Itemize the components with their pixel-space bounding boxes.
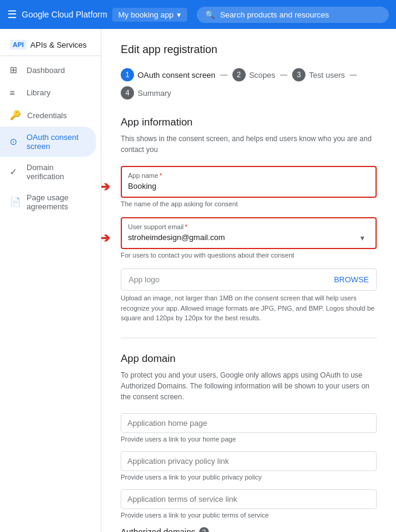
search-icon: 🔍	[205, 10, 215, 19]
step-3-label: Test users	[309, 71, 345, 80]
terms-hint: Provide users a link to your public term…	[121, 511, 377, 519]
user-support-hint: For users to contact you with questions …	[121, 252, 377, 259]
step-divider-3: —	[350, 71, 357, 79]
search-placeholder-text: Search products and resources	[220, 10, 329, 19]
sidebar-item-credentials[interactable]: 🔑 Credentials	[0, 104, 96, 127]
menu-icon[interactable]: ☰	[7, 8, 17, 21]
step-3: 3 Test users	[292, 68, 345, 81]
terms-group: Provide users a link to your public term…	[121, 489, 377, 519]
stepper: 1 OAuth consent screen — 2 Scopes — 3 Te…	[121, 68, 377, 100]
booking-app-label: My booking app	[118, 10, 174, 19]
home-page-group: Provide users a link to your home page	[121, 413, 377, 443]
step-4-circle: 4	[121, 86, 134, 100]
privacy-hint: Provide users a link to your public priv…	[121, 473, 377, 481]
step-1: 1 OAuth consent screen	[121, 68, 216, 81]
top-nav: ☰ Google Cloud Platform My booking app ▾…	[0, 0, 396, 29]
step-2: 2 Scopes	[232, 68, 275, 81]
logo-placeholder: App logo	[129, 275, 159, 284]
sidebar-api-header: API APIs & Services	[0, 34, 101, 56]
sidebar-item-oauth-consent[interactable]: ⊙ OAuth consent screen	[0, 127, 96, 157]
home-page-input[interactable]	[121, 413, 377, 433]
privacy-input[interactable]	[121, 451, 377, 471]
logo-hint: Upload an image, not larger than 1MB on …	[121, 293, 377, 323]
page-title: Edit app registration	[121, 43, 377, 56]
step-1-circle: 1	[121, 68, 134, 81]
sidebar-library-label: Library	[27, 88, 51, 97]
help-icon[interactable]: ?	[199, 527, 209, 533]
sidebar-item-domain-verification[interactable]: ✓ Domain verification	[0, 157, 96, 187]
app-name-label: App name*	[128, 172, 369, 179]
step-4: 4 Summary	[121, 86, 171, 100]
sidebar-domain-label: Domain verification	[27, 163, 86, 181]
terms-input[interactable]	[121, 489, 377, 509]
app-domain-desc: To protect you and your users, Google on…	[121, 370, 377, 402]
api-badge: API	[10, 40, 27, 49]
page-usage-icon: 📄	[10, 197, 21, 207]
app-info-desc: This shows in the consent screen, and he…	[121, 133, 377, 155]
home-page-hint: Provide users a link to your home page	[121, 435, 377, 443]
sidebar-credentials-label: Credentials	[27, 111, 67, 120]
library-icon: ≡	[10, 87, 21, 98]
step-divider-2: —	[280, 71, 287, 79]
app-logo-upload: App logo BROWSE	[121, 268, 377, 291]
step-3-circle: 3	[292, 68, 305, 81]
sidebar-item-page-usage[interactable]: 📄 Page usage agreements	[0, 187, 96, 217]
step-2-circle: 2	[232, 68, 246, 81]
app-domain-title: App domain	[121, 353, 377, 365]
authorized-domains-header: Authorized domains ?	[121, 527, 377, 533]
step-1-label: OAuth consent screen	[138, 71, 216, 80]
sidebar-oauth-label: OAuth consent screen	[27, 133, 86, 151]
app-selector[interactable]: My booking app ▾	[112, 8, 188, 22]
main-content: Edit app registration 1 OAuth consent sc…	[101, 29, 396, 532]
app-name-hint: The name of the app asking for consent	[121, 200, 377, 207]
sidebar: API APIs & Services ⊞ Dashboard ≡ Librar…	[0, 29, 101, 532]
user-support-select[interactable]: stroheimdesign@gmail.com	[128, 232, 369, 243]
browse-button[interactable]: BROWSE	[334, 275, 369, 284]
apis-services-label: APIs & Services	[30, 40, 86, 49]
app-name-group: App name* The name of the app asking for…	[121, 166, 377, 207]
sidebar-page-usage-label: Page usage agreements	[27, 193, 86, 211]
credentials-icon: 🔑	[10, 110, 21, 121]
oauth-icon: ⊙	[10, 136, 21, 147]
step-divider-1: —	[220, 71, 228, 79]
app-chevron-icon: ▾	[177, 10, 181, 19]
sidebar-dashboard-label: Dashboard	[27, 66, 65, 75]
sidebar-item-dashboard[interactable]: ⊞ Dashboard	[0, 59, 96, 81]
domain-icon: ✓	[10, 166, 21, 177]
app-info-title: App information	[121, 116, 377, 128]
sidebar-item-library[interactable]: ≡ Library	[0, 81, 96, 104]
authorized-domains-title: Authorized domains	[121, 527, 196, 533]
app-name-input[interactable]	[128, 180, 369, 192]
privacy-group: Provide users a link to your public priv…	[121, 451, 377, 481]
user-support-label: User support email*	[128, 223, 369, 230]
step-2-label: Scopes	[249, 71, 275, 80]
step-4-label: Summary	[138, 89, 171, 98]
dashboard-icon: ⊞	[10, 65, 21, 75]
app-logo-text: Google Cloud Platform	[22, 10, 107, 19]
search-bar[interactable]: 🔍 Search products and resources	[197, 7, 389, 23]
user-support-group: User support email* stroheimdesign@gmail…	[121, 217, 377, 259]
